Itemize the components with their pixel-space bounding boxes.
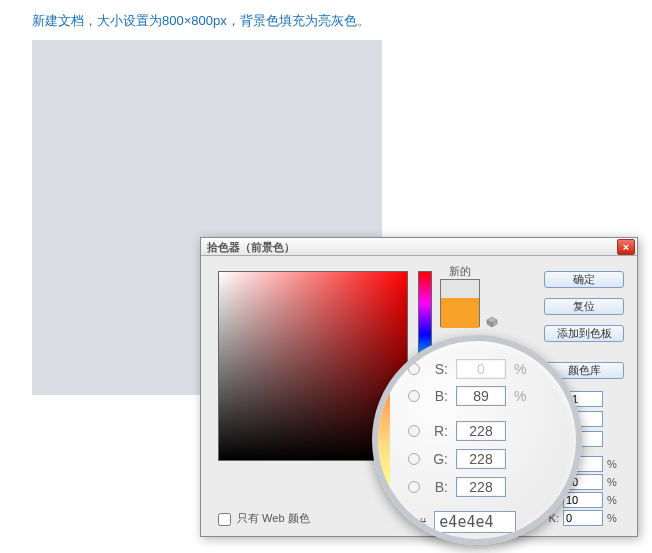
ok-button[interactable]: 确定 [544, 271, 624, 288]
hex-label: # [418, 514, 426, 531]
web-only-label: 只有 Web 颜色 [237, 512, 310, 524]
hsb-b-suffix: % [514, 388, 526, 404]
k-suffix: % [607, 512, 621, 524]
web-only-checkbox[interactable] [218, 513, 231, 526]
reset-button[interactable]: 复位 [544, 298, 624, 315]
color-swatch[interactable] [440, 279, 480, 327]
rgb-b-input[interactable]: 228 [456, 477, 506, 497]
web-only-checkbox-row[interactable]: 只有 Web 颜色 [218, 511, 310, 526]
g-field-row: G: 228 [408, 449, 506, 469]
y-suffix: % [607, 494, 621, 506]
add-swatch-button[interactable]: 添加到色板 [544, 325, 624, 342]
k-field-row: K: % [543, 510, 621, 526]
g-radio[interactable] [408, 453, 420, 465]
close-button[interactable]: × [617, 239, 635, 255]
c-suffix: % [607, 458, 621, 470]
rgb-b-radio[interactable] [408, 481, 420, 493]
hex-input[interactable]: e4e4e4 [434, 511, 516, 533]
s-field-row: S: 0 % [408, 359, 526, 379]
s-input[interactable]: 0 [456, 359, 506, 379]
s-radio[interactable] [408, 363, 420, 375]
new-color-label: 新的 [449, 264, 471, 279]
r-field-row: R: 228 [408, 421, 506, 441]
dialog-title: 拾色器（前景色） [207, 241, 295, 253]
cube-icon [486, 316, 498, 328]
magnifier-lens: S: 0 % B: 89 % R: 228 G: 228 B: 228 # e4… [372, 335, 582, 545]
hex-field-row: # e4e4e4 [418, 511, 516, 533]
hsb-b-label: B: [428, 388, 448, 404]
r-input[interactable]: 228 [456, 421, 506, 441]
dialog-titlebar[interactable]: 拾色器（前景色） × [201, 238, 637, 256]
r-radio[interactable] [408, 425, 420, 437]
rgb-b-field-row: B: 228 [408, 477, 506, 497]
s-suffix: % [514, 361, 526, 377]
hsb-b-radio[interactable] [408, 390, 420, 402]
hsb-b-input[interactable]: 89 [456, 386, 506, 406]
r-label: R: [428, 423, 448, 439]
hsb-b-field-row: B: 89 % [408, 386, 526, 406]
new-color-swatch [441, 280, 479, 298]
current-color-swatch [441, 298, 479, 328]
instruction-text: 新建文档，大小设置为800×800px，背景色填充为亮灰色。 [0, 0, 652, 30]
s-label: S: [428, 361, 448, 377]
y-input[interactable] [563, 492, 603, 508]
g-input[interactable]: 228 [456, 449, 506, 469]
rgb-b-label: B: [428, 479, 448, 495]
k-input[interactable] [563, 510, 603, 526]
m-suffix: % [607, 476, 621, 488]
g-label: G: [428, 451, 448, 467]
